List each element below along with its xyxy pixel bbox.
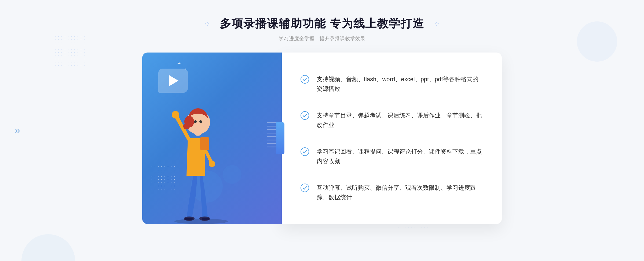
page-title: ⁘ 多项录播课辅助功能 专为线上教学打造 ⁘: [0, 16, 644, 31]
svg-point-16: [301, 148, 309, 156]
svg-point-10: [199, 120, 202, 123]
feature-panel: 支持视频、音频、flash、word、excel、ppt、pdf等各种格式的资源…: [282, 53, 502, 224]
check-icon-4: [301, 184, 309, 192]
feature-text-3: 学习笔记回看、课程提问、课程评论打分、课件资料下载，重点内容收藏: [317, 147, 483, 166]
feature-item-1: 支持视频、音频、flash、word、excel、ppt、pdf等各种格式的资源…: [301, 72, 483, 95]
main-content: ✦ ✦: [0, 53, 644, 224]
feature-text-2: 支持章节目录、弹题考试、课后练习、课后作业、章节测验、批改作业: [317, 111, 483, 129]
svg-point-4: [209, 161, 215, 167]
check-icon-1: [301, 75, 309, 84]
stripe-8: [267, 147, 277, 147]
bg-decoration-circle-1: [21, 234, 75, 261]
svg-rect-11: [200, 137, 209, 150]
title-dots-left: ⁘: [204, 20, 211, 28]
page-subtitle: 学习进度全掌握，提升录播课教学效果: [0, 35, 644, 42]
play-triangle-icon: [169, 75, 178, 86]
svg-point-8: [183, 123, 190, 129]
blue-connector-tab: [276, 122, 284, 154]
feature-text-1: 支持视频、音频、flash、word、excel、ppt、pdf等各种格式的资源…: [317, 74, 483, 93]
feature-item-3: 学习笔记回看、课程提问、课程评论打分、课件资料下载，重点内容收藏: [301, 145, 483, 168]
illustration-wrapper: ✦ ✦: [142, 53, 282, 224]
page-header: ⁘ 多项录播课辅助功能 专为线上教学打造 ⁘ 学习进度全掌握，提升录播课教学效果: [0, 0, 644, 42]
feature-item-2: 支持章节目录、弹题考试、课后练习、课后作业、章节测验、批改作业: [301, 109, 483, 132]
check-icon-3: [301, 147, 309, 156]
illustration-panel: ✦ ✦: [142, 53, 282, 224]
title-dots-right: ⁘: [433, 20, 440, 28]
svg-point-17: [301, 184, 309, 192]
person-illustration: [158, 85, 247, 224]
sparkle-decoration-1: ✦: [177, 61, 181, 66]
svg-rect-13: [202, 218, 209, 220]
sparkle-decoration-2: ✦: [184, 67, 186, 71]
svg-point-15: [301, 111, 309, 120]
feature-text-4: 互动弹幕、试听购买、微信分享、观看次数限制、学习进度跟踪、数据统计: [317, 183, 483, 202]
feature-item-4: 互动弹幕、试听购买、微信分享、观看次数限制、学习进度跟踪、数据统计: [301, 181, 483, 204]
svg-rect-12: [185, 218, 193, 220]
svg-point-9: [194, 120, 197, 123]
check-icon-2: [301, 111, 309, 120]
svg-point-14: [301, 75, 309, 83]
svg-point-3: [172, 111, 179, 118]
